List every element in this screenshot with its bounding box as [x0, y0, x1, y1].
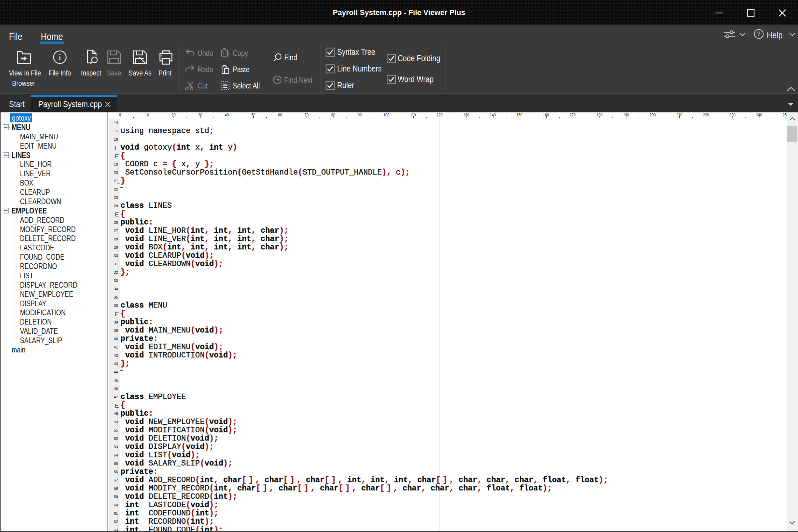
- svg-text:?: ?: [757, 31, 760, 37]
